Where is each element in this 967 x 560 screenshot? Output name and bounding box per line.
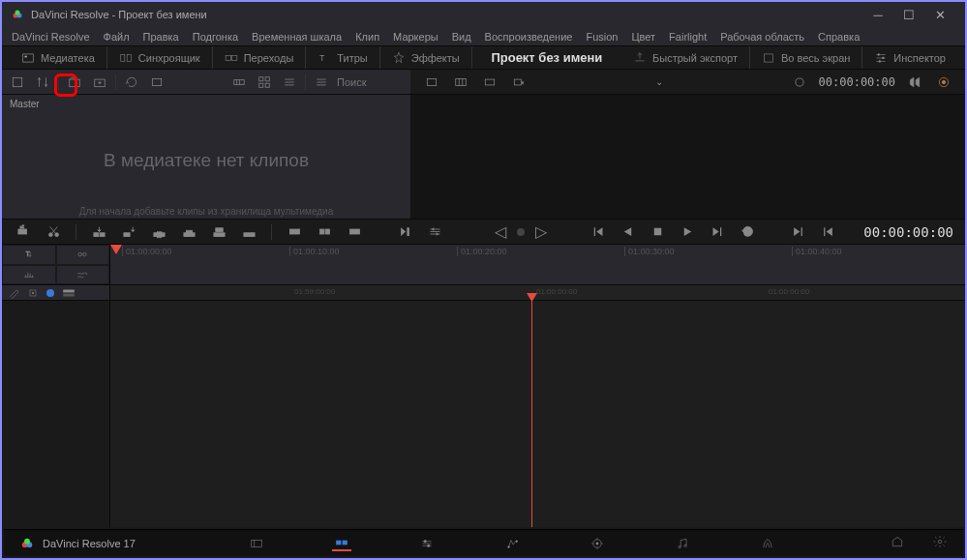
titles-icon: T [317, 51, 331, 65]
upper-playhead[interactable] [110, 245, 122, 254]
svg-point-82 [428, 545, 430, 546]
menu-item[interactable]: Маркеры [393, 31, 438, 43]
page-fairlight[interactable] [673, 536, 692, 551]
project-manager-btn[interactable] [890, 535, 905, 552]
closeup-btn[interactable] [179, 222, 198, 242]
tab-transitions[interactable]: Переходы [213, 46, 307, 69]
tab-effects[interactable]: Эффекты [380, 46, 472, 69]
filmstrip-view-btn[interactable] [229, 73, 249, 92]
page-edit[interactable] [417, 536, 437, 551]
color-dot[interactable] [46, 289, 54, 297]
track-view-icon[interactable] [62, 288, 76, 298]
tab-inspector[interactable]: Инспектор [862, 46, 957, 69]
svg-rect-56 [319, 229, 323, 234]
append-btn[interactable] [119, 222, 138, 242]
tab-media-pool[interactable]: Медиатека [10, 46, 107, 69]
project-settings-btn[interactable] [932, 535, 948, 552]
go-last-btn[interactable] [708, 222, 727, 242]
master-bin-label[interactable]: Master [2, 95, 410, 113]
page-color[interactable] [588, 536, 607, 551]
menu-item[interactable]: Fusion [586, 31, 618, 43]
menu-item[interactable]: Вид [452, 31, 471, 43]
sort-btn[interactable] [33, 73, 52, 92]
next-edit-btn[interactable] [788, 222, 807, 242]
tracks-canvas[interactable] [110, 301, 965, 527]
prev-edit-btn[interactable] [818, 222, 837, 242]
refresh-btn[interactable] [122, 73, 141, 92]
thumbnail-view-btn[interactable] [255, 73, 274, 92]
audio-toggle[interactable] [2, 265, 56, 285]
media-view-btn[interactable] [8, 73, 27, 92]
source-overwrite-btn[interactable] [239, 222, 258, 242]
boring-detector-btn[interactable]: zZ [14, 222, 33, 242]
menu-item[interactable]: Fairlight [669, 31, 707, 43]
search-input[interactable] [337, 76, 405, 88]
viewer-tool-1[interactable] [422, 73, 441, 92]
menu-item[interactable]: Подгонка [193, 31, 238, 43]
sync-lock-toggle[interactable] [56, 245, 110, 265]
page-media[interactable] [247, 536, 266, 551]
viewer-opt-2[interactable] [934, 73, 953, 92]
list-view-btn[interactable] [280, 73, 299, 92]
zoom-dropdown[interactable]: ⌄ [655, 76, 663, 87]
marker-icon[interactable] [27, 287, 39, 299]
timeline-playhead[interactable] [531, 301, 532, 527]
viewer-tool-3[interactable] [480, 73, 499, 92]
transport-shuttle[interactable] [425, 222, 444, 242]
next-marker[interactable]: ▷ [535, 222, 547, 241]
stop-btn[interactable] [648, 222, 667, 242]
tab-titles[interactable]: T Титры [306, 46, 379, 69]
play-reverse-btn[interactable] [618, 222, 637, 242]
menu-item[interactable]: Временная шкала [252, 31, 342, 43]
minimize-button[interactable]: ─ [862, 2, 893, 27]
page-fusion[interactable] [502, 536, 522, 551]
menu-item[interactable]: Рабочая область [720, 31, 804, 43]
media-pool[interactable]: Master В медиатеке нет клипов Для начала… [2, 95, 410, 219]
go-first-btn[interactable] [588, 222, 607, 242]
menu-item[interactable]: Цвет [631, 31, 655, 43]
lower-ruler[interactable]: 01:59:00:00 01:00:00:00 01:00:00:00 [110, 285, 965, 300]
loop-btn[interactable] [738, 222, 757, 242]
action-btn[interactable] [147, 73, 166, 92]
place-on-top-btn[interactable] [209, 222, 228, 242]
cut-btn[interactable] [44, 222, 63, 242]
viewer-tool-2[interactable] [451, 73, 470, 92]
page-cut[interactable] [332, 536, 351, 551]
import-folder-button[interactable] [90, 73, 109, 92]
source-viewer[interactable] [410, 95, 965, 219]
safe-area-btn[interactable] [790, 73, 809, 92]
menu-item[interactable]: Воспроизведение [485, 31, 573, 43]
timeline-timecode[interactable]: 00:00:00:00 [863, 224, 953, 240]
cut-transition-btn[interactable] [315, 222, 334, 242]
menu-item[interactable]: Клип [355, 31, 379, 43]
ripple-overwrite-btn[interactable] [149, 222, 168, 242]
svg-rect-17 [152, 78, 161, 85]
menu-item[interactable]: Справка [818, 31, 860, 43]
tab-quick-export[interactable]: Быстрый экспорт [621, 46, 750, 69]
tab-sync-bin[interactable]: Синхроящик [107, 46, 213, 69]
close-button[interactable]: ✕ [924, 2, 955, 27]
timeline-tracks[interactable] [2, 301, 965, 527]
viewer-timecode[interactable]: 00:00:00:00 [819, 75, 895, 89]
prev-marker[interactable]: ◁ [495, 222, 506, 241]
transport-jog[interactable] [395, 222, 414, 242]
menu-item[interactable]: Правка [143, 31, 179, 43]
video-toggle[interactable] [56, 265, 110, 285]
play-btn[interactable] [678, 222, 697, 242]
tool-icon[interactable] [8, 287, 19, 299]
smart-insert-btn[interactable] [89, 222, 108, 242]
dissolve-btn[interactable] [285, 222, 304, 242]
menu-item[interactable]: DaVinci Resolve [12, 31, 90, 43]
tab-fullscreen[interactable]: Во весь экран [750, 46, 862, 69]
lock-toggle[interactable]: T [2, 245, 56, 265]
smooth-cut-btn[interactable] [345, 222, 364, 242]
marker-dot[interactable] [517, 228, 525, 236]
viewer-dropdown[interactable] [509, 73, 529, 92]
menu-item[interactable]: Файл [104, 31, 130, 43]
maximize-button[interactable]: ☐ [893, 2, 924, 27]
search-toggle[interactable] [312, 73, 331, 92]
viewer-opt-1[interactable] [905, 73, 924, 92]
page-deliver[interactable] [758, 536, 777, 551]
upper-ruler[interactable]: 01:00:00:00 01:00:10:00 01:00:20:00 01:0… [110, 245, 965, 284]
home-button[interactable]: DaVinci Resolve 17 [19, 537, 136, 550]
